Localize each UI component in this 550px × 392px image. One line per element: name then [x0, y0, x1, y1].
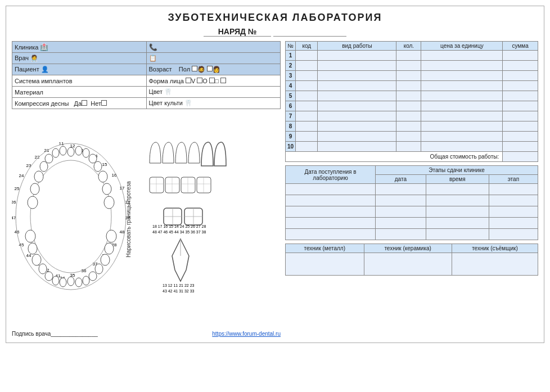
row-qty-3[interactable] [396, 71, 421, 81]
row-code-2[interactable] [296, 61, 318, 71]
row-price-1[interactable] [421, 51, 503, 61]
face-o[interactable] [197, 78, 202, 83]
schedule-stage-date-0[interactable] [376, 184, 426, 195]
gender-male-checkbox[interactable] [192, 66, 197, 71]
row-price-3[interactable] [421, 71, 503, 81]
row-price-7[interactable] [421, 111, 503, 121]
row-total-10[interactable] [503, 142, 538, 152]
row-total-7[interactable] [503, 111, 538, 121]
row-code-4[interactable] [296, 81, 318, 91]
row-price-6[interactable] [421, 101, 503, 111]
total-value[interactable] [503, 152, 538, 162]
schedule-input-date-0[interactable] [286, 184, 376, 195]
row-code-3[interactable] [296, 71, 318, 81]
row-code-1[interactable] [296, 51, 318, 61]
schedule-input-date-1[interactable] [286, 195, 376, 206]
row-code-7[interactable] [296, 111, 318, 121]
row-price-4[interactable] [421, 81, 503, 91]
row-work-9[interactable] [318, 132, 396, 142]
row-qty-8[interactable] [396, 121, 421, 132]
row-qty-2[interactable] [396, 61, 421, 71]
row-qty-1[interactable] [396, 51, 421, 61]
svg-point-17 [75, 278, 82, 287]
row-price-8[interactable] [421, 121, 503, 132]
row-work-10[interactable] [318, 142, 396, 152]
schedule-row-0 [286, 184, 538, 195]
forum-link[interactable]: https://www.forum-dental.ru [212, 331, 281, 337]
row-qty-6[interactable] [396, 101, 421, 111]
svg-point-18 [52, 276, 59, 285]
row-work-8[interactable] [318, 121, 396, 132]
row-num-4: 4 [286, 81, 296, 91]
row-total-2[interactable] [503, 61, 538, 71]
face-s[interactable] [209, 78, 215, 83]
schedule-stage-stage-4[interactable] [489, 229, 538, 240]
svg-point-15 [67, 277, 74, 286]
schedule-stage-stage-3[interactable] [489, 218, 538, 229]
row-work-7[interactable] [318, 111, 396, 121]
schedule-col2-header: Этапы сдачи клинике [376, 166, 538, 175]
row-work-6[interactable] [318, 101, 396, 111]
compress-no[interactable] [101, 100, 107, 106]
row-work-3[interactable] [318, 71, 396, 81]
row-qty-5[interactable] [396, 91, 421, 101]
row-total-1[interactable] [503, 51, 538, 61]
schedule-input-date-2[interactable] [286, 206, 376, 218]
tooth-num-15: 15 [102, 162, 107, 167]
schedule-stage-date-3[interactable] [376, 218, 426, 229]
col-work-type: вид работы [318, 42, 396, 51]
color-cult-label: Цвет культи 🦷 [146, 98, 281, 109]
svg-point-4 [83, 148, 89, 157]
row-code-9[interactable] [296, 132, 318, 142]
schedule-input-date-3[interactable] [286, 218, 376, 229]
tech-ceramic-value[interactable] [364, 253, 452, 276]
row-total-6[interactable] [503, 101, 538, 111]
tech-metal-value[interactable] [286, 253, 364, 276]
schedule-stage-stage-1[interactable] [489, 195, 538, 206]
row-work-2[interactable] [318, 61, 396, 71]
schedule-stage-date-4[interactable] [376, 229, 426, 240]
schedule-stage-time-2[interactable] [426, 206, 489, 218]
row-price-9[interactable] [421, 132, 503, 142]
schedule-stage-stage-2[interactable] [489, 206, 538, 218]
schedule-stage-date-2[interactable] [376, 206, 426, 218]
face-v[interactable] [186, 78, 191, 83]
row-total-5[interactable] [503, 91, 538, 101]
row-code-10[interactable] [296, 142, 318, 152]
tech-removable-value[interactable] [452, 253, 538, 276]
row-code-6[interactable] [296, 101, 318, 111]
row-price-5[interactable] [421, 91, 503, 101]
row-total-3[interactable] [503, 71, 538, 81]
row-price-10[interactable] [421, 142, 503, 152]
schedule-stage-time-1[interactable] [426, 195, 489, 206]
row-work-4[interactable] [318, 81, 396, 91]
row-total-9[interactable] [503, 132, 538, 142]
schedule-stage-time-4[interactable] [426, 229, 489, 240]
diagram-label: Нарисовать границы протеза [125, 181, 132, 258]
schedule-input-date-4[interactable] [286, 229, 376, 240]
face-u[interactable] [220, 78, 226, 83]
row-qty-10[interactable] [396, 142, 421, 152]
work-row-2: 2 [286, 61, 538, 71]
row-total-4[interactable] [503, 81, 538, 91]
row-qty-7[interactable] [396, 111, 421, 121]
schedule-stage-date-1[interactable] [376, 195, 426, 206]
narad-number[interactable] [273, 27, 346, 37]
row-work-1[interactable] [318, 51, 396, 61]
tooth-label-lower1: 48 47 46 45 44 34 35 36 37 38 [152, 230, 206, 234]
schedule-stage-stage-0[interactable] [489, 184, 538, 195]
row-work-5[interactable] [318, 91, 396, 101]
row-code-8[interactable] [296, 121, 318, 132]
row-total-8[interactable] [503, 121, 538, 132]
compress-yes[interactable] [82, 100, 87, 106]
patient-age-gender: Возраст Пол 🧔 👩 [146, 64, 281, 75]
gender-female-checkbox[interactable] [207, 66, 213, 71]
svg-point-0 [67, 147, 74, 156]
row-code-5[interactable] [296, 91, 318, 101]
work-row-3: 3 [286, 71, 538, 81]
schedule-stage-time-3[interactable] [426, 218, 489, 229]
row-qty-9[interactable] [396, 132, 421, 142]
row-qty-4[interactable] [396, 81, 421, 91]
schedule-stage-time-0[interactable] [426, 184, 489, 195]
row-price-2[interactable] [421, 61, 503, 71]
